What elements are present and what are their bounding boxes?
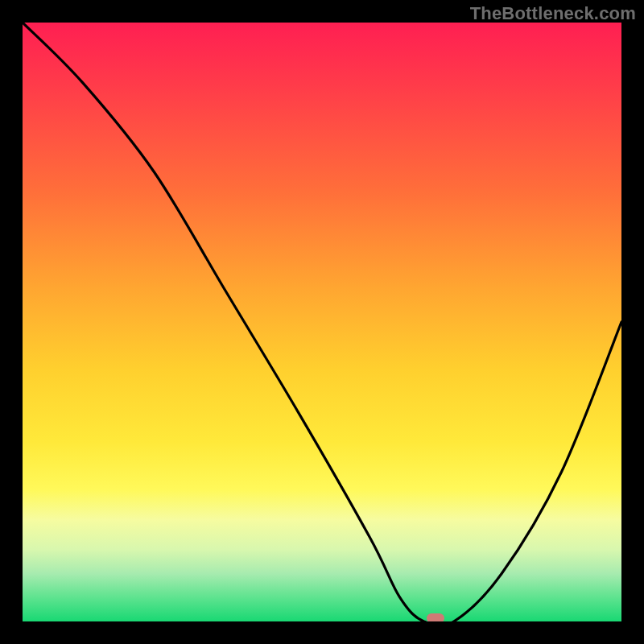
- chart-frame: TheBottleneck.com: [0, 0, 644, 644]
- curve-path: [23, 23, 621, 621]
- plot-area: [23, 23, 621, 621]
- optimal-marker: [427, 613, 444, 621]
- watermark-text: TheBottleneck.com: [470, 3, 636, 24]
- bottleneck-curve: [23, 23, 621, 621]
